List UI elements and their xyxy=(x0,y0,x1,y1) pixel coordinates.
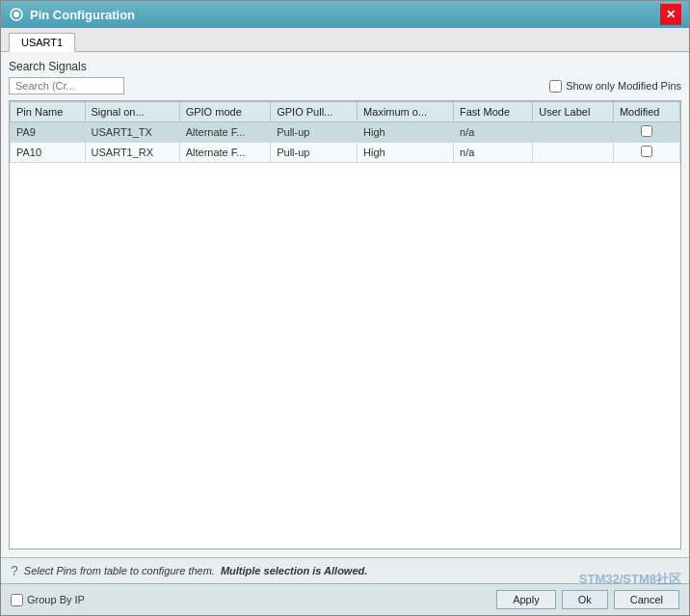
search-section: Search Signals Show only Modified Pins xyxy=(9,60,681,94)
col-pin-name: Pin Name xyxy=(11,102,86,122)
table-body: PA9USART1_TXAlternate F...Pull-upHighn/a… xyxy=(11,122,680,163)
bottom-right: Apply Ok Cancel xyxy=(496,590,679,609)
svg-point-1 xyxy=(13,12,19,17)
apply-button[interactable]: Apply xyxy=(496,590,556,609)
status-icon: ? xyxy=(11,563,18,578)
search-input[interactable] xyxy=(9,77,124,94)
pin-table-container: Pin Name Signal on... GPIO mode GPIO Pul… xyxy=(9,100,681,549)
table-row[interactable]: PA9USART1_TXAlternate F...Pull-upHighn/a xyxy=(11,122,680,143)
modified-checkbox[interactable] xyxy=(641,125,652,137)
cell-modified xyxy=(613,143,679,163)
status-bar: ? Select Pins from table to configure th… xyxy=(1,557,689,583)
tab-usart1[interactable]: USART1 xyxy=(9,33,75,52)
cell-pin-name: PA9 xyxy=(11,122,86,143)
show-modified-checkbox[interactable] xyxy=(549,80,562,93)
col-maximum-o: Maximum o... xyxy=(358,102,454,122)
group-by-ip-label: Group By IP xyxy=(27,594,85,605)
col-modified: Modified xyxy=(613,102,679,122)
cell-maximum-o: High xyxy=(358,143,454,163)
tab-bar: USART1 xyxy=(1,28,689,52)
col-gpio-mode: GPIO mode xyxy=(179,102,271,122)
col-user-label: User Label xyxy=(533,102,614,122)
bottom-bar: Group By IP Apply Ok Cancel xyxy=(1,583,689,615)
col-gpio-pull: GPIO Pull... xyxy=(271,102,358,122)
table-header-row: Pin Name Signal on... GPIO mode GPIO Pul… xyxy=(11,102,680,122)
main-window: Pin Configuration ✕ USART1 Search Signal… xyxy=(0,0,690,616)
pin-table: Pin Name Signal on... GPIO mode GPIO Pul… xyxy=(10,101,680,163)
cell-gpio-pull: Pull-up xyxy=(271,143,358,163)
app-icon xyxy=(9,7,24,22)
cell-signal-on: USART1_TX xyxy=(85,122,179,143)
col-signal-on: Signal on... xyxy=(85,102,179,122)
search-label: Search Signals xyxy=(9,60,681,73)
ok-button[interactable]: Ok xyxy=(562,590,608,609)
cell-user-label xyxy=(533,122,614,143)
cancel-button[interactable]: Cancel xyxy=(614,590,679,609)
close-button[interactable]: ✕ xyxy=(660,4,681,25)
cell-user-label xyxy=(533,143,614,163)
title-bar-left: Pin Configuration xyxy=(9,7,135,22)
title-bar: Pin Configuration ✕ xyxy=(1,1,689,28)
cell-modified xyxy=(613,122,679,143)
search-row: Show only Modified Pins xyxy=(9,77,681,94)
show-modified-label: Show only Modified Pins xyxy=(566,80,681,92)
cell-gpio-pull: Pull-up xyxy=(271,122,358,143)
window-title: Pin Configuration xyxy=(30,8,135,22)
cell-maximum-o: High xyxy=(358,122,454,143)
table-row[interactable]: PA10USART1_RXAlternate F...Pull-upHighn/… xyxy=(11,143,680,163)
content-area: Search Signals Show only Modified Pins P… xyxy=(1,52,689,557)
cell-fast-mode: n/a xyxy=(454,122,533,143)
cell-signal-on: USART1_RX xyxy=(85,143,179,163)
status-text-bold: Multiple selection is Allowed. xyxy=(221,565,367,576)
show-modified-row: Show only Modified Pins xyxy=(549,80,681,93)
cell-gpio-mode: Alternate F... xyxy=(179,122,271,143)
modified-checkbox[interactable] xyxy=(641,146,652,157)
cell-fast-mode: n/a xyxy=(454,143,533,163)
col-fast-mode: Fast Mode xyxy=(454,102,533,122)
status-text-normal: Select Pins from table to configure them… xyxy=(24,565,215,576)
cell-pin-name: PA10 xyxy=(11,143,86,163)
bottom-left: Group By IP xyxy=(11,594,85,606)
group-by-ip-checkbox[interactable] xyxy=(11,594,23,606)
cell-gpio-mode: Alternate F... xyxy=(179,143,271,163)
